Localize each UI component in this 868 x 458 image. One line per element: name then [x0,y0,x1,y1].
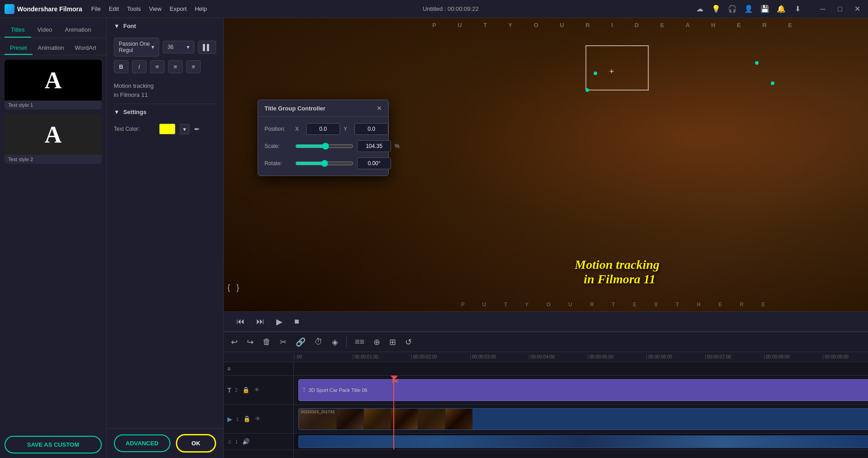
eyedropper-button[interactable]: ✒ [194,125,200,134]
bulb-icon[interactable]: 💡 [711,4,722,14]
dialog-close-button[interactable]: ✕ [377,105,382,112]
skip-back-button[interactable]: ⏮ [233,315,248,328]
dialog-header: Title Group Controller ✕ [258,100,388,117]
advanced-button[interactable]: ADVANCED [114,434,170,452]
left-panel: Titles Video Animation Preset Animation … [0,18,107,458]
ok-button[interactable]: OK [176,434,217,453]
align-center-button[interactable]: ≡ [168,60,183,73]
dialog-rotate-row: Rotate: [264,157,382,169]
video-clip[interactable]: 20220323_201733 [298,408,868,430]
track-num-audio: 1 [235,439,238,444]
download-icon[interactable]: ⬇ [792,4,803,14]
track-num-video: 1 [236,416,239,422]
center-panel: ▼ Font Passion One Regul ▾ 36 ▾ ▌▌ B I ≡… [107,18,224,458]
menu-view[interactable]: View [149,5,161,12]
close-button[interactable]: ✕ [851,3,863,15]
font-size-selector[interactable]: 36 ▾ [163,41,194,53]
font-chart-btn[interactable]: ▌▌ [198,41,216,54]
italic-button[interactable]: I [132,60,146,73]
dialog-scale-slider[interactable] [295,143,354,150]
preset-label-2: Text style 2 [5,155,102,164]
audio-track-vol-icon[interactable]: 🔊 [242,438,250,445]
text-color-label: Text Color: [114,126,155,132]
redo-button[interactable]: ↪ [244,335,256,349]
tracks-area: ✂ T 3D Sport Car Pack Title 06 [294,362,868,458]
dialog-scale-label: Scale: [264,143,292,149]
headphone-icon[interactable]: 🎧 [727,4,738,14]
dialog-x-input[interactable] [306,123,340,135]
app-logo-icon [5,4,14,14]
tab-animation-sub[interactable]: Animation [33,42,70,55]
align-right-button[interactable]: ≡ [186,60,201,73]
avatar-icon[interactable]: 👤 [743,4,754,14]
settings-section-title: Settings [123,109,146,115]
menu-export[interactable]: Export [170,5,187,12]
cut-button[interactable]: ✂ [277,335,289,349]
color-dropdown-btn[interactable]: ▾ [180,124,189,134]
menu-tools[interactable]: Tools [127,5,141,12]
font-family-selector[interactable]: Passion One Regul ▾ [114,38,159,57]
tracks-button[interactable]: ≡≡ [352,335,367,348]
tab-titles[interactable]: Titles [5,23,31,38]
tab-bar-sub: Preset Animation WordArt [0,38,106,55]
minimize-button[interactable]: ─ [816,3,829,15]
settings-section-header[interactable]: ▼ Settings [107,104,223,120]
maximize-button[interactable]: □ [834,3,846,15]
track-lock-icon[interactable]: 🔒 [242,386,250,393]
dialog-scale-input[interactable] [357,140,391,152]
bold-button[interactable]: B [114,60,128,73]
preset-item-2[interactable]: A Text style 2 [5,114,102,164]
snap-button[interactable]: ⊕ [371,335,383,349]
dialog-rotate-input[interactable] [357,157,391,169]
align-left-button[interactable]: ≡ [150,60,165,73]
menu-items: File Edit Tools View Export Help [91,5,207,12]
title-bar-center: Untitled : 00:00:09:22 [216,5,685,12]
menu-help[interactable]: Help [195,5,207,12]
color-grade-button[interactable]: ◈ [329,335,341,349]
ruler-tick-5: 00:00:05:00 [588,354,646,359]
audio-track-row[interactable] [294,434,868,450]
timer-button[interactable]: ⏱ [312,335,326,348]
font-section-header[interactable]: ▼ Font [107,18,223,34]
dialog-y-input[interactable] [354,123,388,135]
delete-clip-button[interactable]: 🗑 [260,335,274,348]
loop-button[interactable]: ↺ [402,335,415,349]
preset-item-1[interactable]: A Text style 1 [5,60,102,110]
notification-icon[interactable]: 🔔 [776,4,787,14]
track-eye-icon[interactable]: 👁 [254,386,260,393]
curly-close: } [236,283,239,292]
split-audio-button[interactable]: ⊞ [387,335,399,349]
cloud-icon[interactable]: ☁ [694,4,705,14]
title-bar-icons: ☁ 💡 🎧 👤 💾 🔔 ⬇ [694,4,803,14]
app-title: Untitled : 00:00:09:22 [423,5,479,12]
title-track-row[interactable]: ✂ T 3D Sport Car Pack Title 06 [294,376,868,405]
add-track-content [294,362,868,376]
track-label-audio: ♫ 1 🔊 [224,434,293,450]
video-thumb-3 [364,409,391,429]
menu-file[interactable]: File [91,5,101,12]
save-icon[interactable]: 💾 [760,4,770,14]
tab-preset[interactable]: Preset [5,42,33,55]
video-track-eye-icon[interactable]: 👁 [255,415,261,422]
save-as-custom-button[interactable]: SAVE AS CUSTOM [5,436,102,453]
video-thumb-5 [418,409,445,429]
menu-edit[interactable]: Edit [109,5,119,12]
tab-wordart[interactable]: WordArt [69,42,101,55]
link-button[interactable]: 🔗 [293,335,308,349]
video-track-lock-icon[interactable]: 🔒 [243,415,250,422]
stop-button[interactable]: ■ [291,315,303,328]
text-color-row: Text Color: ▾ ✒ [114,124,216,134]
dialog-rotate-slider[interactable] [295,160,354,167]
settings-arrow-icon: ▼ [114,109,120,115]
tab-video[interactable]: Video [31,23,59,38]
undo-button[interactable]: ↩ [228,335,241,349]
title-clip[interactable]: T 3D Sport Car Pack Title 06 [298,379,868,401]
audio-clip[interactable] [298,435,868,448]
video-track-row[interactable]: 20220323_201733 [294,405,868,434]
ruler-tick-1: 00:00:01:00 [353,354,411,359]
step-back-button[interactable]: ⏭ [253,315,268,328]
color-swatch-yellow[interactable] [159,124,175,134]
add-track-row: ≡ [224,362,293,376]
play-button[interactable]: ▶ [273,315,286,329]
tab-animation[interactable]: Animation [59,23,98,38]
